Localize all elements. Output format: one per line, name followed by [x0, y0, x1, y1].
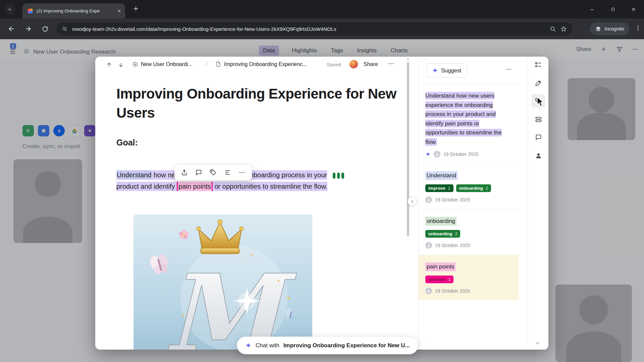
ellipsis-icon: [505, 66, 512, 73]
close-icon: [117, 8, 122, 13]
highlight-list-button[interactable]: [224, 169, 231, 176]
document-header: New User Onboardi... / Improving Onboard…: [95, 57, 409, 72]
document-scrollbar[interactable]: [407, 62, 409, 236]
highlight-card-onboarding[interactable]: onboarding onboarding2 19 October 2025: [419, 209, 519, 255]
highlight-card-quote[interactable]: Understand how new users experience the …: [419, 84, 519, 164]
close-window-button[interactable]: [623, 0, 644, 18]
suggest-label: Suggest: [441, 67, 462, 74]
sparkle-icon: [245, 342, 252, 349]
card-date: 19 October 2025: [443, 152, 478, 157]
outline-button[interactable]: [532, 58, 545, 71]
browser-tab[interactable]: (2) Improving Onboarding Expe: [22, 3, 125, 18]
incognito-label: Incognito: [604, 26, 624, 32]
highlight-pain-points[interactable]: pain points: [177, 182, 213, 191]
tag-improve[interactable]: improve1: [425, 184, 453, 192]
share-highlight-button[interactable]: [181, 169, 188, 176]
highlight-card-pain-points[interactable]: pain points problem1 19 October 2025: [419, 255, 519, 300]
plus-icon: [132, 5, 140, 12]
comments-button[interactable]: [532, 130, 545, 144]
url-text[interactable]: moodjoy-team-2h2v.dovetail.com/data/Impr…: [72, 26, 545, 32]
rows-icon: [224, 169, 231, 176]
tag-button[interactable]: [210, 169, 217, 176]
incognito-badge: Incognito: [590, 22, 629, 35]
person-icon: [535, 152, 542, 159]
zoom-button[interactable]: [550, 26, 556, 32]
tag-problem[interactable]: problem1: [425, 276, 453, 283]
window-controls: [582, 0, 644, 18]
breadcrumb-document[interactable]: Improving Onboarding Experienc...: [224, 61, 307, 67]
tag-onboarding[interactable]: onboarding2: [456, 184, 491, 192]
card-date: 19 October 2025: [435, 288, 470, 294]
breadcrumb-project[interactable]: New User Onboardi...: [141, 61, 193, 67]
back-arrow-icon: [8, 25, 15, 33]
address-bar[interactable]: moodjoy-team-2h2v.dovetail.com/data/Impr…: [56, 22, 572, 35]
card-meta: 19 October 2025: [425, 151, 512, 158]
checklist-icon: [535, 61, 542, 68]
next-item-button[interactable]: [116, 60, 125, 69]
maximize-icon: [610, 7, 615, 12]
sparkle-icon: [432, 67, 438, 73]
highlight-card-understand[interactable]: Understand improve1 onboarding2 19 Octob…: [419, 164, 519, 209]
tags-row: onboarding2: [425, 230, 512, 238]
chat-with-doc-bar[interactable]: Chat with Improving Onboarding Experienc…: [237, 337, 418, 354]
doc-more-button[interactable]: [388, 60, 394, 67]
avatar: [425, 242, 432, 249]
user-avatar[interactable]: [349, 60, 358, 69]
minimize-icon: [589, 7, 595, 12]
tag-onboarding[interactable]: onboarding2: [425, 230, 460, 238]
site-info-icon[interactable]: [62, 26, 68, 32]
card-meta: 19 October 2025: [425, 242, 512, 249]
document-icon: [215, 61, 221, 67]
panel-collapse-button[interactable]: [408, 197, 417, 206]
doc-share-button[interactable]: Share: [364, 61, 378, 67]
highlight-indicators-green[interactable]: [333, 173, 344, 179]
highlight-title[interactable]: pain points: [425, 262, 455, 271]
avatar: [434, 151, 440, 158]
star-icon: [560, 26, 567, 32]
browser-menu-button[interactable]: [635, 25, 641, 32]
forward-button[interactable]: [22, 23, 34, 35]
document-modal: New User Onboardi... / Improving Onboard…: [95, 57, 548, 350]
back-button[interactable]: [5, 23, 17, 35]
rail-scroll-down-icon[interactable]: [535, 340, 541, 346]
tab-search-button[interactable]: [4, 4, 15, 15]
browser-toolbar: moodjoy-team-2h2v.dovetail.com/data/Impr…: [0, 18, 644, 39]
ellipsis-icon: [238, 169, 246, 176]
highlight-title[interactable]: Understand: [425, 171, 458, 180]
fields-button[interactable]: [532, 113, 545, 126]
tab-close-button[interactable]: [117, 8, 122, 13]
highlights-panel: Suggest Understand how new users experie…: [418, 57, 519, 350]
tag-icon: [210, 169, 217, 176]
bookmark-button[interactable]: [560, 26, 567, 32]
card-date: 19 October 2025: [435, 197, 470, 202]
highlight-lavender-span[interactable]: or opportunities to streamline the flow.: [213, 182, 327, 191]
selection-toolbar: [174, 165, 252, 180]
highlighter-button[interactable]: [532, 76, 545, 89]
previous-item-button[interactable]: [105, 60, 113, 69]
screen: (2) Improving Onboarding Expe: [0, 0, 644, 362]
breadcrumb-divider: /: [206, 61, 207, 67]
arrow-up-icon: [106, 62, 112, 68]
panel-more-button[interactable]: [505, 66, 512, 73]
avatar: [425, 196, 432, 203]
tab-title: (2) Improving Onboarding Expe: [37, 8, 113, 13]
minimize-button[interactable]: [582, 0, 602, 18]
comment-icon: [535, 134, 542, 141]
reload-button[interactable]: [39, 23, 51, 35]
arrow-down-icon: [118, 62, 124, 68]
maximize-button[interactable]: [602, 0, 623, 18]
highlight-understand[interactable]: Understand: [116, 170, 152, 180]
monogram-image: M: [133, 215, 312, 350]
card-meta: 19 October 2025: [425, 288, 512, 294]
people-button[interactable]: [532, 149, 545, 162]
chevron-down-icon: [7, 7, 12, 12]
scroll-up-icon[interactable]: [406, 57, 410, 62]
close-icon: [631, 7, 636, 12]
suggest-button[interactable]: Suggest: [426, 63, 467, 77]
comment-button[interactable]: [195, 169, 202, 176]
tags-row: problem1: [425, 276, 512, 283]
chevron-right-icon: [410, 199, 415, 204]
more-options-button[interactable]: [238, 169, 246, 176]
new-tab-button[interactable]: [132, 5, 140, 12]
highlight-title[interactable]: onboarding: [425, 217, 457, 226]
